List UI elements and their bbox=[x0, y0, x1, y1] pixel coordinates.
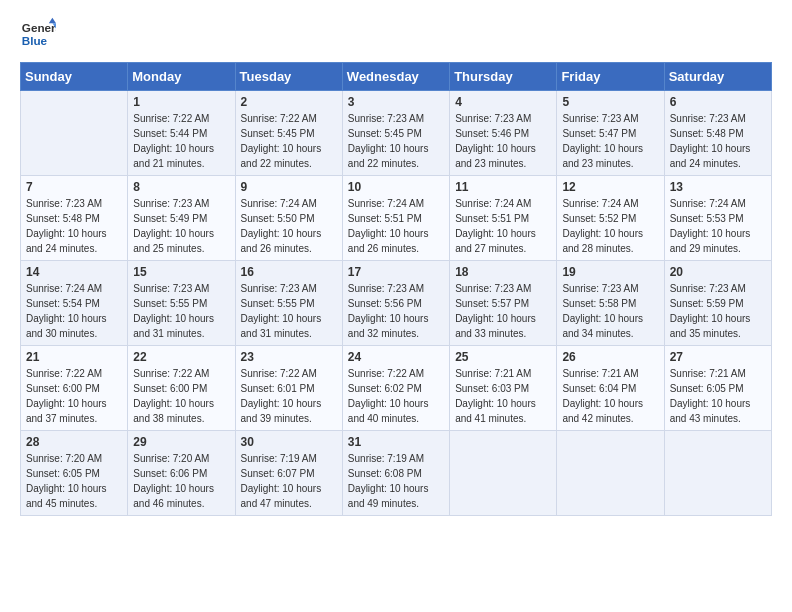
day-header-tuesday: Tuesday bbox=[235, 63, 342, 91]
day-header-friday: Friday bbox=[557, 63, 664, 91]
day-number: 8 bbox=[133, 180, 229, 194]
day-info: Sunrise: 7:23 AMSunset: 5:48 PMDaylight:… bbox=[26, 196, 122, 256]
day-number: 19 bbox=[562, 265, 658, 279]
day-info: Sunrise: 7:23 AMSunset: 5:59 PMDaylight:… bbox=[670, 281, 766, 341]
day-info: Sunrise: 7:23 AMSunset: 5:49 PMDaylight:… bbox=[133, 196, 229, 256]
calendar-cell: 12 Sunrise: 7:24 AMSunset: 5:52 PMDaylig… bbox=[557, 176, 664, 261]
day-info: Sunrise: 7:19 AMSunset: 6:08 PMDaylight:… bbox=[348, 451, 444, 511]
day-number: 24 bbox=[348, 350, 444, 364]
week-row-3: 14 Sunrise: 7:24 AMSunset: 5:54 PMDaylig… bbox=[21, 261, 772, 346]
day-number: 15 bbox=[133, 265, 229, 279]
week-row-5: 28 Sunrise: 7:20 AMSunset: 6:05 PMDaylig… bbox=[21, 431, 772, 516]
day-info: Sunrise: 7:23 AMSunset: 5:58 PMDaylight:… bbox=[562, 281, 658, 341]
week-row-1: 1 Sunrise: 7:22 AMSunset: 5:44 PMDayligh… bbox=[21, 91, 772, 176]
calendar-cell: 17 Sunrise: 7:23 AMSunset: 5:56 PMDaylig… bbox=[342, 261, 449, 346]
day-number: 23 bbox=[241, 350, 337, 364]
day-number: 20 bbox=[670, 265, 766, 279]
calendar-cell bbox=[557, 431, 664, 516]
calendar-cell: 13 Sunrise: 7:24 AMSunset: 5:53 PMDaylig… bbox=[664, 176, 771, 261]
day-number: 16 bbox=[241, 265, 337, 279]
day-header-sunday: Sunday bbox=[21, 63, 128, 91]
calendar-cell: 15 Sunrise: 7:23 AMSunset: 5:55 PMDaylig… bbox=[128, 261, 235, 346]
calendar-cell: 29 Sunrise: 7:20 AMSunset: 6:06 PMDaylig… bbox=[128, 431, 235, 516]
calendar-cell: 8 Sunrise: 7:23 AMSunset: 5:49 PMDayligh… bbox=[128, 176, 235, 261]
day-info: Sunrise: 7:22 AMSunset: 6:01 PMDaylight:… bbox=[241, 366, 337, 426]
day-number: 27 bbox=[670, 350, 766, 364]
day-info: Sunrise: 7:23 AMSunset: 5:55 PMDaylight:… bbox=[241, 281, 337, 341]
calendar-cell bbox=[664, 431, 771, 516]
day-info: Sunrise: 7:24 AMSunset: 5:52 PMDaylight:… bbox=[562, 196, 658, 256]
calendar-cell: 6 Sunrise: 7:23 AMSunset: 5:48 PMDayligh… bbox=[664, 91, 771, 176]
calendar-cell: 14 Sunrise: 7:24 AMSunset: 5:54 PMDaylig… bbox=[21, 261, 128, 346]
day-header-thursday: Thursday bbox=[450, 63, 557, 91]
day-number: 10 bbox=[348, 180, 444, 194]
calendar-cell: 5 Sunrise: 7:23 AMSunset: 5:47 PMDayligh… bbox=[557, 91, 664, 176]
header-row: SundayMondayTuesdayWednesdayThursdayFrid… bbox=[21, 63, 772, 91]
day-info: Sunrise: 7:23 AMSunset: 5:47 PMDaylight:… bbox=[562, 111, 658, 171]
day-info: Sunrise: 7:19 AMSunset: 6:07 PMDaylight:… bbox=[241, 451, 337, 511]
calendar-cell: 19 Sunrise: 7:23 AMSunset: 5:58 PMDaylig… bbox=[557, 261, 664, 346]
day-number: 7 bbox=[26, 180, 122, 194]
calendar-cell: 30 Sunrise: 7:19 AMSunset: 6:07 PMDaylig… bbox=[235, 431, 342, 516]
calendar-cell: 21 Sunrise: 7:22 AMSunset: 6:00 PMDaylig… bbox=[21, 346, 128, 431]
header: General Blue bbox=[20, 16, 772, 52]
week-row-2: 7 Sunrise: 7:23 AMSunset: 5:48 PMDayligh… bbox=[21, 176, 772, 261]
day-info: Sunrise: 7:22 AMSunset: 6:00 PMDaylight:… bbox=[133, 366, 229, 426]
logo-icon: General Blue bbox=[20, 16, 56, 52]
day-number: 25 bbox=[455, 350, 551, 364]
calendar-cell: 2 Sunrise: 7:22 AMSunset: 5:45 PMDayligh… bbox=[235, 91, 342, 176]
day-number: 11 bbox=[455, 180, 551, 194]
day-number: 21 bbox=[26, 350, 122, 364]
day-header-monday: Monday bbox=[128, 63, 235, 91]
calendar-cell: 3 Sunrise: 7:23 AMSunset: 5:45 PMDayligh… bbox=[342, 91, 449, 176]
calendar-cell bbox=[450, 431, 557, 516]
day-number: 5 bbox=[562, 95, 658, 109]
calendar-cell: 23 Sunrise: 7:22 AMSunset: 6:01 PMDaylig… bbox=[235, 346, 342, 431]
day-number: 14 bbox=[26, 265, 122, 279]
week-row-4: 21 Sunrise: 7:22 AMSunset: 6:00 PMDaylig… bbox=[21, 346, 772, 431]
day-number: 6 bbox=[670, 95, 766, 109]
calendar-cell: 27 Sunrise: 7:21 AMSunset: 6:05 PMDaylig… bbox=[664, 346, 771, 431]
day-number: 31 bbox=[348, 435, 444, 449]
calendar-cell: 22 Sunrise: 7:22 AMSunset: 6:00 PMDaylig… bbox=[128, 346, 235, 431]
day-info: Sunrise: 7:24 AMSunset: 5:51 PMDaylight:… bbox=[348, 196, 444, 256]
day-header-wednesday: Wednesday bbox=[342, 63, 449, 91]
day-info: Sunrise: 7:23 AMSunset: 5:46 PMDaylight:… bbox=[455, 111, 551, 171]
calendar-cell: 10 Sunrise: 7:24 AMSunset: 5:51 PMDaylig… bbox=[342, 176, 449, 261]
day-info: Sunrise: 7:21 AMSunset: 6:03 PMDaylight:… bbox=[455, 366, 551, 426]
calendar-cell: 11 Sunrise: 7:24 AMSunset: 5:51 PMDaylig… bbox=[450, 176, 557, 261]
calendar-cell bbox=[21, 91, 128, 176]
day-number: 3 bbox=[348, 95, 444, 109]
day-info: Sunrise: 7:23 AMSunset: 5:45 PMDaylight:… bbox=[348, 111, 444, 171]
day-info: Sunrise: 7:24 AMSunset: 5:50 PMDaylight:… bbox=[241, 196, 337, 256]
day-number: 12 bbox=[562, 180, 658, 194]
day-number: 4 bbox=[455, 95, 551, 109]
day-number: 30 bbox=[241, 435, 337, 449]
day-number: 26 bbox=[562, 350, 658, 364]
calendar-cell: 1 Sunrise: 7:22 AMSunset: 5:44 PMDayligh… bbox=[128, 91, 235, 176]
calendar-cell: 16 Sunrise: 7:23 AMSunset: 5:55 PMDaylig… bbox=[235, 261, 342, 346]
day-number: 22 bbox=[133, 350, 229, 364]
day-info: Sunrise: 7:23 AMSunset: 5:57 PMDaylight:… bbox=[455, 281, 551, 341]
day-info: Sunrise: 7:21 AMSunset: 6:04 PMDaylight:… bbox=[562, 366, 658, 426]
day-info: Sunrise: 7:20 AMSunset: 6:06 PMDaylight:… bbox=[133, 451, 229, 511]
calendar-cell: 9 Sunrise: 7:24 AMSunset: 5:50 PMDayligh… bbox=[235, 176, 342, 261]
calendar-cell: 26 Sunrise: 7:21 AMSunset: 6:04 PMDaylig… bbox=[557, 346, 664, 431]
calendar-cell: 31 Sunrise: 7:19 AMSunset: 6:08 PMDaylig… bbox=[342, 431, 449, 516]
day-number: 28 bbox=[26, 435, 122, 449]
calendar-cell: 24 Sunrise: 7:22 AMSunset: 6:02 PMDaylig… bbox=[342, 346, 449, 431]
day-info: Sunrise: 7:23 AMSunset: 5:48 PMDaylight:… bbox=[670, 111, 766, 171]
day-info: Sunrise: 7:24 AMSunset: 5:53 PMDaylight:… bbox=[670, 196, 766, 256]
svg-text:Blue: Blue bbox=[22, 34, 48, 47]
calendar-cell: 20 Sunrise: 7:23 AMSunset: 5:59 PMDaylig… bbox=[664, 261, 771, 346]
day-info: Sunrise: 7:20 AMSunset: 6:05 PMDaylight:… bbox=[26, 451, 122, 511]
day-info: Sunrise: 7:23 AMSunset: 5:56 PMDaylight:… bbox=[348, 281, 444, 341]
day-number: 17 bbox=[348, 265, 444, 279]
day-info: Sunrise: 7:22 AMSunset: 6:00 PMDaylight:… bbox=[26, 366, 122, 426]
day-header-saturday: Saturday bbox=[664, 63, 771, 91]
day-number: 1 bbox=[133, 95, 229, 109]
day-info: Sunrise: 7:22 AMSunset: 5:45 PMDaylight:… bbox=[241, 111, 337, 171]
day-info: Sunrise: 7:22 AMSunset: 5:44 PMDaylight:… bbox=[133, 111, 229, 171]
calendar-cell: 25 Sunrise: 7:21 AMSunset: 6:03 PMDaylig… bbox=[450, 346, 557, 431]
logo: General Blue bbox=[20, 16, 56, 52]
